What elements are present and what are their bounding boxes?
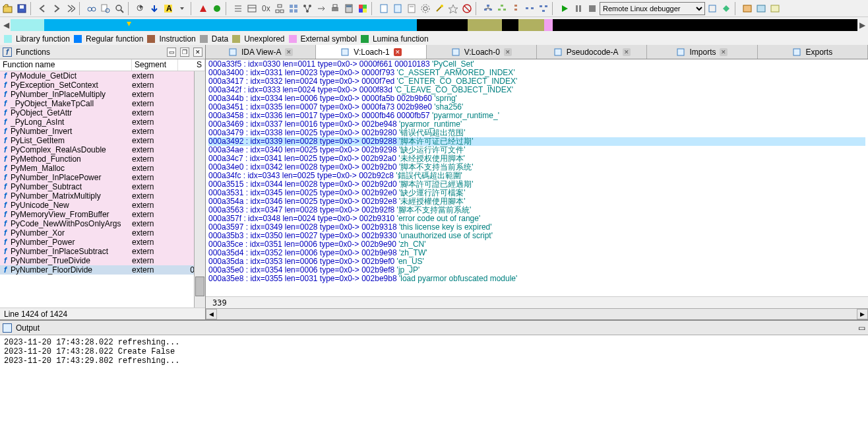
save-icon[interactable] xyxy=(15,2,28,15)
nav-right-icon[interactable]: ▶ xyxy=(857,19,867,31)
forward-icon[interactable] xyxy=(50,2,63,15)
tree4-icon[interactable] xyxy=(523,2,536,15)
down-arrow-icon[interactable] xyxy=(148,2,161,15)
function-row[interactable]: fPyObject_GetAttrextern0 xyxy=(0,108,205,117)
graph-icon[interactable] xyxy=(273,2,286,15)
tab-close-icon[interactable]: ✕ xyxy=(394,48,402,56)
tab-pseudocode-a[interactable]: Pseudocode-A✕ xyxy=(537,45,647,59)
back-icon[interactable] xyxy=(36,2,49,15)
function-row[interactable]: fPyNumber_InPlaceSubtractextern0 xyxy=(0,247,205,256)
function-row[interactable]: fPyException_SetContextextern0 xyxy=(0,81,205,90)
functions-scrollbar[interactable] xyxy=(194,71,205,308)
tab-exports[interactable]: Exports xyxy=(758,45,868,59)
minimize-icon[interactable]: ▭ xyxy=(167,48,176,57)
tab-icon xyxy=(676,48,685,57)
output-body[interactable]: 2023-11-20 17:43:28.022 refreshing... 20… xyxy=(0,335,868,425)
flow-icon[interactable] xyxy=(301,2,314,15)
script-icon[interactable] xyxy=(377,2,390,15)
col-s[interactable]: S xyxy=(178,59,205,71)
calc-icon[interactable] xyxy=(342,2,356,15)
function-row[interactable]: fPyMemoryView_FromBufferextern0 xyxy=(0,210,205,219)
dbg2-icon[interactable] xyxy=(720,2,733,15)
tab-close-icon[interactable]: ✕ xyxy=(623,48,631,56)
text-search-icon[interactable] xyxy=(99,2,112,15)
open-icon[interactable] xyxy=(1,2,15,15)
gear-icon[interactable] xyxy=(419,2,432,15)
struct-icon[interactable] xyxy=(287,2,300,15)
list-icon[interactable] xyxy=(232,2,245,15)
list2-icon[interactable] xyxy=(245,2,259,15)
function-row[interactable]: fPyCode_NewWithPosOnlyArgsextern0 xyxy=(0,219,205,228)
tab-close-icon[interactable]: ✕ xyxy=(720,48,728,56)
function-row[interactable]: fPyNumber_Xorextern0 xyxy=(0,228,205,238)
col-segment[interactable]: Segment xyxy=(132,59,178,71)
function-row[interactable]: fPyNumber_InPlacePowerextern0 xyxy=(0,173,205,182)
function-row[interactable]: fPyNumber_Subtractextern0 xyxy=(0,182,205,191)
print-icon[interactable] xyxy=(328,2,342,15)
red-triangle-icon[interactable] xyxy=(197,2,210,15)
forward2-icon[interactable] xyxy=(64,2,77,15)
tab-imports[interactable]: Imports✕ xyxy=(647,45,757,59)
script2-icon[interactable] xyxy=(391,2,404,15)
binoculars-icon[interactable] xyxy=(85,2,98,15)
col-function-name[interactable]: Function name xyxy=(0,59,132,71)
hsb-right-icon[interactable]: ▶ xyxy=(857,309,868,319)
star-icon[interactable] xyxy=(447,2,460,15)
goto-input[interactable]: 339 xyxy=(206,296,868,308)
disassembly-view[interactable]: 000a33f5 : idx=0330 len=0011 type=0x0-> … xyxy=(206,59,868,296)
dropdown-icon[interactable] xyxy=(175,2,189,15)
restore-icon[interactable]: ❐ xyxy=(180,48,189,57)
function-row[interactable]: fPyMethod_Functionextern0 xyxy=(0,154,205,164)
tab-close-icon[interactable]: ✕ xyxy=(504,48,512,56)
functions-list[interactable]: fPyModule_GetDictextern0fPyException_Set… xyxy=(0,71,205,308)
function-row[interactable]: f_PyObject_MakeTpCallextern0 xyxy=(0,99,205,108)
function-row[interactable]: fPyList_GetItemextern0 xyxy=(0,136,205,145)
opt1-icon[interactable] xyxy=(741,2,754,15)
close-icon[interactable]: ✕ xyxy=(193,48,202,57)
hsb-left-icon[interactable]: ◀ xyxy=(206,309,217,319)
function-row[interactable]: fPyNumber_InPlaceMultiplyextern0 xyxy=(0,90,205,99)
tree3-icon[interactable] xyxy=(509,2,522,15)
function-row[interactable]: fPyNumber_MatrixMultiplyextern0 xyxy=(0,191,205,201)
tree-icon[interactable] xyxy=(481,2,495,15)
function-row[interactable]: fPyNumber_TrueDivideextern0 xyxy=(0,256,205,265)
output-restore-icon[interactable]: ▭ xyxy=(858,323,865,333)
function-row[interactable]: fPyMem_Mallocextern0 xyxy=(0,164,205,173)
tab-v-loach-1[interactable]: V:Loach-1✕ xyxy=(316,45,426,59)
xref-icon[interactable] xyxy=(315,2,328,15)
zoom-in-icon[interactable]: + xyxy=(134,2,147,15)
function-row[interactable]: fPyNumber_Powerextern0 xyxy=(0,238,205,247)
cancel-icon[interactable] xyxy=(460,2,474,15)
function-row[interactable]: fPyUnicode_Newextern0 xyxy=(0,201,205,210)
opt3-icon[interactable] xyxy=(768,2,782,15)
disasm-line[interactable]: 000a35e8 : idx=0355 len=0031 type=0x0-> … xyxy=(208,275,865,283)
find-icon[interactable] xyxy=(113,2,126,15)
stop-icon[interactable] xyxy=(586,2,599,15)
green-circle-icon[interactable] xyxy=(210,2,224,15)
tree2-icon[interactable] xyxy=(495,2,509,15)
palette-icon[interactable] xyxy=(356,2,369,15)
function-row[interactable]: fPyModule_GetDictextern0 xyxy=(0,71,205,81)
nav-track[interactable]: ▾ xyxy=(11,19,857,31)
hex-icon[interactable]: 0x xyxy=(259,2,272,15)
nav-left-icon[interactable]: ◀ xyxy=(1,19,11,31)
function-row[interactable]: fPyNumber_Invertextern0 xyxy=(0,127,205,136)
wand-icon[interactable] xyxy=(433,2,446,15)
opt2-icon[interactable] xyxy=(755,2,768,15)
tab-icon xyxy=(340,48,350,57)
tab-v-loach-0[interactable]: V:Loach-0✕ xyxy=(427,45,537,59)
run-icon[interactable] xyxy=(558,2,571,15)
script3-icon[interactable] xyxy=(405,2,418,15)
function-name: PyNumber_InPlacePower xyxy=(11,173,132,182)
function-row[interactable]: f_PyLong_AsIntextern0 xyxy=(0,117,205,127)
dbg1-icon[interactable] xyxy=(706,2,719,15)
horizontal-scrollbar[interactable]: ◀ ▶ xyxy=(206,308,868,319)
function-row[interactable]: fPyNumber_FloorDivideextern0 » xyxy=(0,265,205,275)
debugger-select[interactable]: Remote Linux debugger xyxy=(600,2,705,15)
function-row[interactable]: fPyComplex_RealAsDoubleextern0 xyxy=(0,145,205,154)
highlight-a-icon[interactable]: A xyxy=(162,2,175,15)
pause-icon[interactable] xyxy=(572,2,585,15)
tab-close-icon[interactable]: ✕ xyxy=(285,48,293,56)
tab-ida-view-a[interactable]: IDA View-A✕ xyxy=(206,45,316,59)
tree5-icon[interactable] xyxy=(537,2,550,15)
